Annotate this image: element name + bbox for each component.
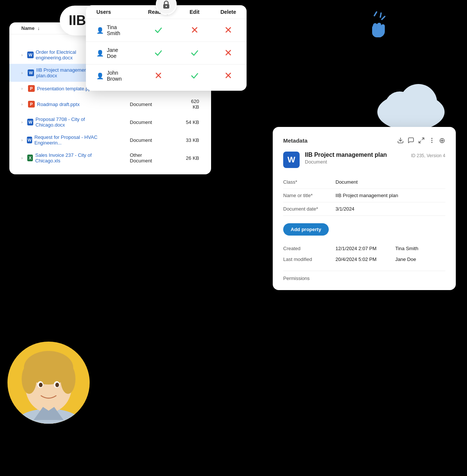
metadata-field: Document date* 3/1/2024 (283, 202, 445, 216)
permission-row: 👤 Tina Smith (86, 19, 247, 42)
audit-user: Jane Doe (395, 256, 416, 262)
comment-icon (408, 137, 414, 144)
audit-section: Created 12/1/2024 2:07 PM Tina Smith Las… (283, 243, 445, 265)
metadata-field: Class* Document (283, 175, 445, 189)
expand-button[interactable] (418, 137, 425, 144)
permissions-label: Permissions (283, 276, 445, 281)
row-expand: › (21, 102, 27, 106)
file-name: Roadmap draft.pptx (37, 102, 80, 107)
cross-mark-icon (225, 49, 232, 56)
col-users: Users (86, 5, 137, 19)
file-type-icon: W (27, 52, 33, 58)
svg-point-20 (22, 364, 37, 394)
delete-cell (210, 65, 247, 87)
row-expand: › (21, 53, 26, 57)
edit-cell (179, 65, 210, 87)
file-row[interactable]: › W Request for Proposal - HVAC Engineer… (9, 131, 211, 149)
file-size: 620 KB (172, 95, 211, 113)
cross-mark-icon (155, 72, 162, 79)
file-name: Request for Proposal - HVAC Engineerin..… (34, 134, 106, 146)
metadata-header: Metadata (283, 136, 445, 145)
download-button[interactable] (397, 137, 404, 144)
row-expand: › (21, 71, 26, 75)
svg-point-27 (166, 6, 167, 7)
file-class: Document (118, 95, 172, 113)
doc-id: ID 235, Version 4 (411, 153, 445, 158)
metadata-divider (283, 271, 445, 271)
file-type-icon: P (28, 85, 35, 92)
audit-row: Created 12/1/2024 2:07 PM Tina Smith (283, 243, 445, 254)
field-label: Name or title* (283, 193, 335, 198)
doc-name: IIB Project management plan (305, 152, 411, 158)
field-label: Document date* (283, 206, 335, 212)
file-size: 54 KB (172, 113, 211, 131)
svg-point-21 (61, 364, 75, 394)
doc-header: W IIB Project management plan Document I… (283, 152, 445, 168)
add-property-button[interactable]: Add property (283, 223, 329, 236)
check-mark-icon (191, 71, 199, 80)
more-button[interactable] (429, 137, 435, 144)
cross-mark-icon (225, 72, 232, 79)
metadata-title: Metadata (283, 137, 307, 144)
doc-type: Document (305, 159, 411, 165)
add-button[interactable]: ⊕ (439, 136, 445, 145)
audit-date: 20/4/2024 5:02 PM (335, 256, 395, 262)
user-name-cell: 👤 Jane Doe (86, 42, 137, 65)
field-label: Class* (283, 179, 335, 185)
audit-date: 12/1/2024 2:07 PM (335, 246, 395, 251)
more-icon (429, 137, 435, 144)
reading-cell (137, 42, 179, 65)
add-icon: ⊕ (439, 136, 445, 145)
user-icon: 👤 (96, 72, 104, 80)
metadata-fields: Class* Document Name or title* IIB Proje… (283, 175, 445, 216)
file-size: 26 KB (172, 149, 211, 167)
check-mark-icon (154, 49, 163, 57)
file-row[interactable]: › P Roadmap draft.pptx Document 620 KB (9, 95, 211, 113)
svg-line-12 (419, 141, 421, 143)
col-delete: Delete (210, 5, 247, 19)
metadata-field: Name or title* IIB Project management pl… (283, 189, 445, 202)
col-edit: Edit (179, 5, 210, 19)
file-type-icon: X (27, 155, 33, 161)
permissions-table: Users Reading Edit Delete 👤 Tina Smith 👤 (86, 5, 247, 87)
cross-mark-icon (191, 27, 198, 33)
svg-line-3 (380, 13, 381, 17)
download-icon (397, 137, 404, 144)
audit-row: Last modified 20/4/2024 5:02 PM Jane Doe (283, 254, 445, 265)
check-mark-icon (154, 26, 163, 34)
metadata-actions: ⊕ (397, 136, 445, 145)
avatar-face (7, 345, 90, 424)
file-class: Document (118, 113, 172, 131)
file-row[interactable]: › X Sales Invoice 237 - City of Chicago.… (9, 149, 211, 167)
check-mark-icon (191, 49, 199, 57)
reading-cell (137, 65, 179, 87)
svg-point-9 (381, 103, 400, 121)
edit-cell (179, 42, 210, 65)
delete-cell (210, 42, 247, 65)
permission-row: 👤 John Brown (86, 65, 247, 87)
reading-cell (137, 19, 179, 42)
row-expand: › (21, 86, 27, 91)
file-row[interactable]: › W Proposal 7708 - City of Chicago.docx… (9, 113, 211, 131)
user-icon: 👤 (96, 50, 104, 57)
audit-label: Created (283, 246, 335, 251)
doc-icon: W (283, 152, 300, 168)
file-type-icon: P (28, 101, 35, 108)
cross-mark-icon (225, 27, 232, 33)
svg-line-2 (374, 12, 377, 16)
user-name: Jane Doe (107, 47, 127, 59)
edit-cell (179, 19, 210, 42)
cloud-decoration (370, 67, 452, 128)
user-name-cell: 👤 Tina Smith (86, 19, 137, 42)
permissions-panel: Users Reading Edit Delete 👤 Tina Smith 👤 (86, 5, 247, 91)
comment-button[interactable] (408, 137, 414, 144)
field-value: IIB Project management plan (335, 193, 398, 198)
delete-cell (210, 19, 247, 42)
file-class: Document (118, 131, 172, 149)
file-type-icon: W (27, 137, 32, 143)
avatar (7, 342, 90, 424)
svg-point-14 (432, 140, 432, 141)
user-name: John Brown (107, 70, 127, 82)
row-expand: › (21, 156, 26, 160)
lock-icon (161, 0, 171, 10)
